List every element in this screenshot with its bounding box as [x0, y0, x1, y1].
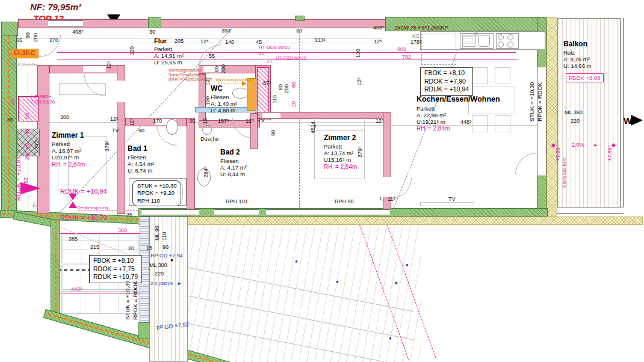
- dim-annotation: 30: [189, 118, 195, 124]
- door-opening: [117, 81, 125, 102]
- wall-pier: [138, 322, 150, 339]
- room-info-kochen: Parkett A: 22,98 m² U:19,21⁵ m: [416, 105, 446, 126]
- chair-outline: [495, 115, 510, 132]
- dim-annotation: ►: [177, 281, 182, 286]
- dim-annotation: 12⁵: [200, 38, 209, 45]
- dim-annotation: 20: [259, 51, 264, 56]
- pipe-spec: HT-DDB 80/20: [259, 44, 290, 50]
- window: [214, 209, 259, 215]
- dim-annotation: 110: [161, 232, 168, 241]
- room-label-wc: WC: [211, 84, 223, 93]
- wall-right: [537, 176, 546, 212]
- wall-pier: [295, 16, 305, 21]
- wall-spec: 2xCW 75 + 5*1,25GKP: [395, 25, 448, 31]
- insulation-dash: [55, 220, 57, 313]
- dim-annotation: RPH 90: [335, 198, 354, 205]
- dim-annotation: 220: [155, 271, 164, 277]
- dim-annotation: +7,90: [555, 147, 562, 161]
- wohnungsstation-label: Wohnungsstation: [215, 77, 253, 82]
- dim-annotation: 12⁵: [129, 118, 135, 126]
- room-height: RHₗ = 2,84m: [416, 125, 450, 132]
- dim-annotation: 270: [49, 37, 58, 44]
- deckensprung-marker-icon: [69, 201, 77, 208]
- chair-outline: [495, 67, 510, 84]
- dim-annotation: ●: [336, 279, 339, 284]
- dim-annotation: 12⁵: [374, 38, 382, 45]
- dim-annotation: ◆: [551, 142, 556, 149]
- dim-annotation: 205: [175, 38, 184, 44]
- iso-korb-note: 8,0cm ISO-Korb: [562, 158, 567, 188]
- room-info-bad2: Fliesen A: 4,17 m² U: 8,44 m: [220, 158, 247, 178]
- tv-board-outline: [420, 202, 474, 206]
- dim-annotation: 90: [270, 130, 277, 136]
- dim-annotation: 40: [24, 129, 31, 135]
- dim-annotation: 264⁵: [203, 166, 209, 177]
- dim-annotation: 40: [24, 143, 31, 149]
- dim-annotation: 379⁵: [104, 140, 111, 152]
- dim-annotation: ML 300: [149, 262, 167, 269]
- balcony-top-dashed: [557, 19, 621, 19]
- dim-annotation: 333⁵: [314, 37, 326, 44]
- balcony-railing-right: [620, 18, 624, 212]
- dim-annotation: 12⁵: [376, 118, 384, 124]
- dim-annotation: 782: [402, 54, 411, 61]
- level-box-lobe: FBOK = +8,10 RDOK = +7,75 RDUK = +10,79: [89, 255, 142, 283]
- room-info-zimmer1: Parkett A: 18,07 m² U20,97⁵ m: [52, 141, 81, 161]
- dim-annotation: ML 90: [154, 225, 161, 241]
- faucet-icon: [474, 32, 478, 35]
- dim-annotation: 448⁵: [460, 119, 472, 126]
- dim-annotation: 30: [149, 29, 155, 35]
- dim-annotation: RPH 110: [226, 198, 247, 205]
- dim-annotation: 115: [271, 95, 278, 103]
- dim-annotation: 90: [163, 244, 169, 251]
- dim-annotation: 200: [283, 84, 290, 93]
- wall-bad1-bad2: [187, 118, 195, 209]
- door-arc: [371, 158, 412, 198]
- nf-area-label: NF: 79,95m²: [30, 2, 81, 13]
- room-label-bad1: Bad 1: [128, 144, 147, 153]
- dim: 408⁵: [72, 29, 84, 35]
- wohnungsstation-box: [247, 78, 256, 111]
- dim-annotation: 65: [16, 37, 22, 44]
- wall-pier: [148, 17, 161, 28]
- dim-annotation: 90: [138, 127, 144, 134]
- dim-annotation: 90: [25, 32, 31, 38]
- dim-annotation: 12⁵: [106, 61, 113, 69]
- level-box-wohnen: FBOK = +8,10 RDOK = +7,90 RDUK = +10,94: [420, 67, 473, 96]
- dim-annotation: 220: [571, 118, 580, 124]
- dim-annotation: 200: [33, 33, 39, 42]
- dim-annotation: 7⁵: [32, 202, 39, 207]
- dim-annotation: 11⁵: [388, 196, 395, 203]
- shaft-hatch: [257, 67, 269, 118]
- room-info-bad1: Fliesen A: 4,54 m² U: 8,74 m: [128, 154, 154, 174]
- dim-annotation: 80: [214, 66, 220, 72]
- window: [266, 209, 390, 215]
- fire-door-label: EI₂30-C: [11, 49, 39, 58]
- burner-icon: [498, 34, 504, 40]
- dim-annotation: 87⁵: [263, 80, 271, 87]
- dim-annotation: ●: [406, 262, 409, 268]
- dim-annotation: 50: [24, 113, 31, 119]
- level-box-balkon: FBOK +8,08: [566, 73, 604, 82]
- bed-pillow-outline: [314, 118, 365, 131]
- tv-outlet: TV: [112, 127, 119, 134]
- room-info-balkon: Holz A: 9,76 m² U: 14,66 m: [563, 49, 591, 70]
- level-note: RDUK = +10,79: [60, 214, 107, 222]
- dim-annotation: 20: [24, 154, 31, 160]
- dim-annotation: +7,86⁵: [607, 145, 613, 161]
- room-height: RHₗ = 2,84m: [52, 161, 85, 168]
- dim-annotation: 20: [291, 101, 297, 107]
- deckensprung-label: Deckensprung: [77, 205, 108, 210]
- door-opening: [262, 113, 280, 118]
- dim-annotation: 408⁵: [373, 25, 385, 31]
- window: [141, 209, 199, 215]
- dim-annotation: 20: [128, 245, 134, 252]
- balcony-railing-bottom: [557, 207, 624, 214]
- dim-annotation: 360: [118, 227, 127, 234]
- room-label-kochen-essen-wohnen: Kochen/Essen/Wohnen: [416, 95, 500, 104]
- dim-annotation: 6: [314, 123, 316, 129]
- shower-drain-icon: [202, 125, 212, 135]
- dim-annotation: 30: [7, 117, 13, 123]
- dim-annotation: 1,: [379, 196, 383, 201]
- dim-annotation: ►: [394, 280, 399, 286]
